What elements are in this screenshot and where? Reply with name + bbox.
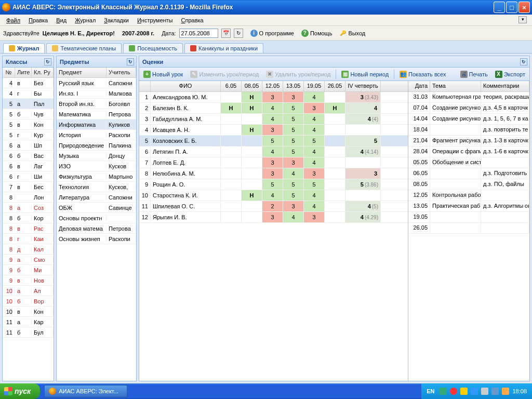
refresh-classes-icon[interactable]: ↻ [44, 58, 51, 65]
diary-row[interactable]: 12.05Контрольная рабо [408, 190, 529, 201]
tray-volume-icon[interactable] [481, 388, 488, 395]
tab-plans[interactable]: Тематические планы [46, 43, 122, 53]
class-row[interactable]: 10аАл [3, 286, 54, 296]
col-d5[interactable]: 19.05 [304, 81, 325, 91]
grade-row[interactable]: 11Шпилевая О. С.2344(5) [139, 201, 408, 212]
class-row[interactable]: 4гБы [3, 88, 54, 99]
class-row[interactable]: 6бВас [3, 151, 54, 161]
subject-row[interactable]: Основы проектн [57, 213, 136, 223]
grade-row[interactable]: 7Лоптев Е. Д.334 [139, 157, 408, 168]
col-comment[interactable]: Комментарии [481, 81, 529, 91]
tray-icon[interactable] [450, 388, 457, 395]
clock[interactable]: 18:08 [512, 388, 527, 394]
class-row[interactable]: 10вКон [3, 307, 54, 317]
diary-row[interactable]: 06.05д.з. Подготовить [408, 168, 529, 179]
class-row[interactable]: 8вРас [3, 223, 54, 234]
about-button[interactable]: iО программе [250, 30, 294, 37]
show-all-button[interactable]: 👥Показать всех [397, 70, 448, 79]
col-class-teacher[interactable]: Кл. Ру [32, 68, 54, 77]
maximize-button[interactable]: □ [506, 2, 517, 13]
subject-row[interactable]: ТехнологияКусков, [57, 182, 136, 192]
new-period-button[interactable]: ▦Новый период [339, 70, 391, 79]
menu-help[interactable]: Справка [177, 16, 208, 24]
subject-row[interactable]: ИнформатикаКуликов [57, 119, 136, 130]
col-num[interactable] [139, 81, 151, 91]
class-row[interactable]: 8дКал [3, 244, 54, 255]
col-topic[interactable]: Тема [430, 81, 481, 91]
class-row[interactable]: 8аСоз [3, 203, 54, 213]
exit-button[interactable]: 🔑Выход [339, 30, 365, 37]
new-lesson-button[interactable]: +Новый урок [141, 70, 185, 79]
col-fio[interactable]: ФИО [151, 81, 221, 91]
class-row[interactable]: 11бБул [3, 327, 54, 338]
tray-icon[interactable] [440, 388, 447, 395]
col-d4[interactable]: 13.05 [283, 81, 304, 91]
subject-row[interactable]: ПриродоведениеПалкина [57, 140, 136, 151]
class-row[interactable]: 6гШи [3, 171, 54, 182]
grade-row[interactable]: 8Нелюбина А. М.3433 [139, 168, 408, 179]
class-row[interactable]: 8гКаи [3, 234, 54, 244]
grade-row[interactable]: 5Козловских Е. Б.5555 [139, 136, 408, 147]
diary-row[interactable]: 31.03Компьютерная гратеория, раскраши [408, 92, 529, 103]
grade-row[interactable]: 10Старостина К. И.Н454 [139, 190, 408, 201]
col-d3[interactable]: 12.05 [262, 81, 283, 91]
class-row[interactable]: 5аПал [3, 99, 54, 109]
class-row[interactable]: 4вБез [3, 78, 54, 88]
diary-row[interactable]: 19.05 [408, 212, 529, 223]
grade-row[interactable]: 3Габидуллина А. М.4544(4) [139, 114, 408, 125]
diary-row[interactable]: 08.05д.з. ПО, файлы [408, 179, 529, 190]
menu-tools[interactable]: Инструменты [133, 16, 177, 24]
calendar-icon[interactable]: 📅 [221, 29, 231, 38]
class-row[interactable]: 9вНов [3, 275, 54, 286]
grade-row[interactable]: 4Исавцев А. Н.Н354 [139, 125, 408, 136]
tray-icon[interactable] [460, 388, 468, 395]
col-d6[interactable]: 26.05 [325, 81, 345, 91]
subject-row[interactable]: Ин.яз. IМалкова [57, 88, 136, 99]
grade-row[interactable]: 12Ярыгин И. В.3434(4.29) [139, 212, 408, 223]
class-row[interactable]: 9аСмо [3, 255, 54, 265]
language-indicator[interactable]: EN [427, 388, 434, 394]
grade-row[interactable]: 1Александрова Ю. М.Н3343(3.43) [139, 92, 408, 103]
class-row[interactable]: 6вЛаг [3, 161, 54, 171]
start-button[interactable]: пуск [0, 383, 40, 399]
tray-shield-icon[interactable] [502, 388, 509, 395]
class-row[interactable]: 7вБес [3, 182, 54, 192]
diary-row[interactable]: 14.04Создание рисункод.з. 1, 5, 6, 7 в к… [408, 114, 529, 125]
delete-lesson-button[interactable]: ✖Удалить урок/период [264, 70, 332, 79]
class-row[interactable]: 5гКур [3, 130, 54, 140]
subject-row[interactable]: ИЗОКусков [57, 161, 136, 171]
diary-row[interactable]: 21.04Фрагмент рисункад.з. 1-3 в карточк [408, 136, 529, 147]
subject-row[interactable]: Второй ин.яз.Богоявл [57, 99, 136, 109]
grade-row[interactable]: 9Рощин А. О.5555(3.86) [139, 179, 408, 190]
class-row[interactable]: 8бКор [3, 213, 54, 223]
help-button[interactable]: ?Помощь [301, 30, 332, 37]
refresh-grades-icon[interactable]: ↻ [520, 58, 527, 65]
diary-row[interactable]: 18.04д.з. повторить те [408, 125, 529, 136]
tray-icon[interactable] [471, 388, 478, 395]
grade-row[interactable]: 6Летягин П. А.4544(4.14) [139, 147, 408, 157]
print-button[interactable]: 🖨Печать [458, 70, 490, 79]
col-class-num[interactable]: № [3, 68, 15, 77]
col-d2[interactable]: 08.05 [242, 81, 262, 91]
class-row[interactable]: 5бЧув [3, 109, 54, 119]
date-input[interactable] [179, 29, 218, 38]
refresh-icon[interactable]: ↻ [234, 29, 243, 38]
menu-bookmarks[interactable]: Закладки [100, 16, 133, 24]
class-row[interactable]: 8Лон [3, 192, 54, 203]
diary-row[interactable]: 13.05Практическая рабд.з. Алгоритмы оп [408, 201, 529, 212]
diary-row[interactable]: 26.05 [408, 223, 529, 234]
diary-row[interactable]: 05.05Обобщение и сист [408, 157, 529, 168]
subject-row[interactable]: ОБЖСавинце [57, 203, 136, 213]
menu-journal[interactable]: Журнал [71, 16, 100, 24]
menu-edit[interactable]: Правка [24, 16, 52, 24]
grade-row[interactable]: 2Балезин В. К.НН453Н4 [139, 103, 408, 114]
subject-row[interactable]: ФизкультураМартыно [57, 171, 136, 182]
class-row[interactable]: 10бВор [3, 296, 54, 307]
class-row[interactable]: 9бМи [3, 265, 54, 275]
edit-lesson-button[interactable]: ✎Изменить урок/период [188, 70, 261, 79]
class-row[interactable]: 11аКар [3, 317, 54, 327]
diary-row[interactable]: 07.04Создание рисункод.з. 4,5 в карточк [408, 103, 529, 114]
col-class-letter[interactable]: Лите [15, 68, 32, 77]
tray-network-icon[interactable] [491, 388, 499, 395]
system-tray[interactable]: EN 18:08 [421, 383, 532, 399]
